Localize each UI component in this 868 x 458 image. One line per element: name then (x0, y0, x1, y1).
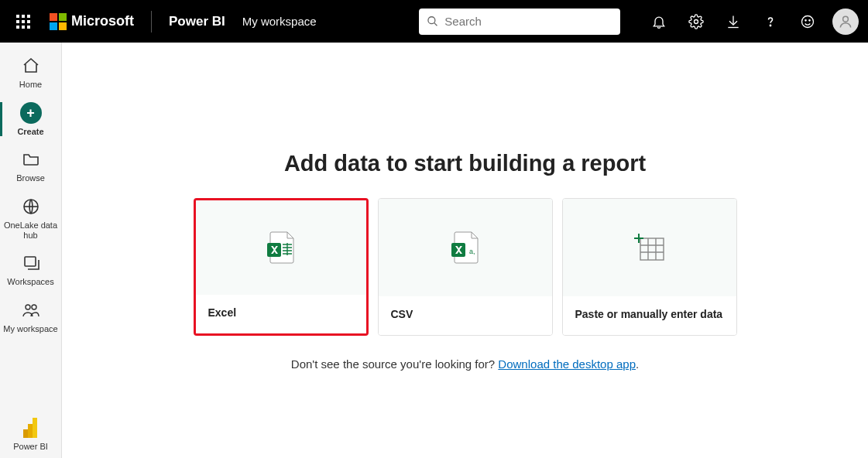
svg-rect-8 (27, 26, 30, 29)
search-box[interactable] (419, 9, 620, 35)
card-csv[interactable]: a, CSV (378, 198, 553, 336)
svg-rect-2 (27, 15, 30, 18)
app-name: Power BI (169, 14, 225, 29)
sidebar-item-label: Workspaces (7, 277, 53, 287)
plus-circle-icon: + (20, 102, 42, 124)
help-text-suffix: . (636, 357, 639, 371)
svg-rect-23 (23, 429, 28, 438)
sidebar-item-label: My workspace (3, 324, 57, 334)
bell-icon (651, 14, 667, 29)
people-icon (22, 301, 40, 320)
gear-icon (688, 14, 704, 29)
svg-rect-21 (33, 418, 37, 438)
svg-point-11 (695, 19, 698, 23)
help-button[interactable] (755, 6, 786, 37)
brand-text: Microsoft (71, 13, 134, 29)
csv-file-icon: a, (450, 231, 481, 265)
waffle-icon (16, 15, 30, 29)
sidebar-item-workspaces[interactable]: Workspaces (0, 246, 61, 293)
svg-point-12 (770, 25, 770, 26)
download-icon (726, 14, 741, 29)
svg-point-20 (32, 305, 36, 309)
svg-rect-3 (16, 20, 19, 23)
card-label: Paste or manually enter data (563, 296, 736, 335)
svg-rect-5 (27, 20, 30, 23)
top-icon-group (643, 6, 859, 37)
svg-point-9 (428, 17, 435, 24)
workspace-breadcrumb[interactable]: My workspace (242, 15, 317, 28)
svg-text:a,: a, (469, 248, 475, 255)
table-add-icon (633, 232, 667, 263)
sidebar-item-home[interactable]: Home (0, 49, 61, 96)
account-avatar[interactable] (832, 9, 859, 35)
svg-line-10 (434, 22, 437, 26)
svg-point-19 (26, 305, 30, 309)
download-button[interactable] (718, 6, 749, 37)
sidebar-item-label: Home (19, 80, 42, 90)
question-icon (763, 14, 778, 29)
svg-point-13 (802, 15, 814, 27)
svg-point-15 (809, 19, 810, 20)
home-icon (22, 56, 40, 75)
card-label: CSV (379, 296, 552, 335)
sidebar-item-powerbi[interactable]: Power BI (0, 411, 61, 458)
svg-point-14 (805, 19, 806, 20)
content: Add data to start building a report (62, 43, 868, 458)
svg-rect-7 (22, 26, 25, 29)
sidebar-item-label: Create (17, 127, 43, 137)
data-source-cards: Excel a, CSV (194, 198, 737, 336)
power-bi-icon (23, 418, 39, 438)
sidebar-item-label: OneLake data hub (2, 220, 60, 240)
svg-rect-18 (25, 257, 36, 266)
search-icon (427, 15, 438, 28)
card-paste-data[interactable]: Paste or manually enter data (562, 198, 737, 336)
feedback-button[interactable] (792, 6, 823, 37)
folder-icon (22, 150, 40, 169)
svg-rect-22 (28, 424, 33, 438)
microsoft-logo: Microsoft (50, 13, 134, 30)
sidebar-item-label: Power BI (13, 442, 48, 452)
smiley-icon (800, 14, 815, 29)
help-text-prefix: Don't see the source you're looking for? (291, 357, 499, 371)
workspaces-icon (22, 254, 40, 272)
help-text: Don't see the source you're looking for?… (291, 357, 639, 371)
settings-button[interactable] (681, 6, 712, 37)
person-icon (838, 14, 853, 29)
sidebar: Home + Create Browse OneLake data hub (0, 43, 62, 458)
sidebar-item-browse[interactable]: Browse (0, 142, 61, 190)
svg-rect-4 (22, 20, 25, 23)
page-title: Add data to start building a report (284, 151, 646, 176)
divider (151, 11, 152, 32)
topbar: Microsoft Power BI My workspace (0, 0, 868, 43)
svg-rect-6 (16, 26, 19, 29)
microsoft-logo-icon (50, 13, 67, 30)
onelake-icon (22, 197, 40, 216)
sidebar-item-my-workspace[interactable]: My workspace (0, 293, 61, 340)
card-excel[interactable]: Excel (194, 198, 369, 336)
card-label: Excel (196, 295, 366, 333)
excel-file-icon (266, 231, 297, 265)
download-desktop-link[interactable]: Download the desktop app (498, 357, 636, 371)
svg-rect-0 (16, 15, 19, 18)
svg-point-16 (843, 16, 849, 22)
sidebar-item-create[interactable]: + Create (0, 96, 61, 143)
sidebar-item-label: Browse (16, 173, 45, 183)
svg-rect-1 (22, 15, 25, 18)
sidebar-item-onelake[interactable]: OneLake data hub (0, 190, 61, 246)
notifications-button[interactable] (643, 6, 674, 37)
svg-rect-32 (640, 238, 664, 260)
app-launcher-button[interactable] (9, 8, 37, 36)
search-input[interactable] (444, 15, 612, 28)
